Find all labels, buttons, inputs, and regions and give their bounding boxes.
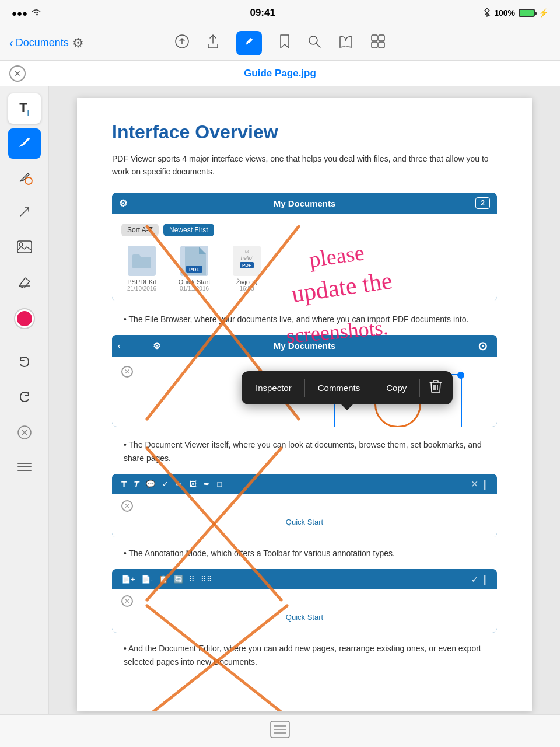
- mini-gear-icon: ⚙: [119, 198, 127, 209]
- signal-icon: ●●●: [12, 8, 27, 18]
- close-icon: ✕: [14, 69, 21, 78]
- file-item-pspdfkit[interactable]: PSPDFKit 21/10/2016: [121, 246, 162, 292]
- main-content: T|: [0, 86, 560, 714]
- book-icon[interactable]: [338, 34, 354, 52]
- annotation-popup-menu: Inspector Comments Copy: [242, 371, 453, 404]
- doc-editor-mini-ui: 📄+ 📄- 📋 🔄 ⠿ ⠿⠿ ✓ ‖ ✕: [112, 569, 497, 633]
- file-item-zivjo[interactable]: ☺ hello' PDF Živjo ;-) 16:53: [226, 246, 267, 292]
- undo-button[interactable]: [8, 348, 41, 379]
- back-label: Documents: [16, 37, 69, 49]
- svg-line-10: [20, 208, 29, 216]
- quick-start-label-3: Quick Start: [286, 613, 323, 622]
- file-grid: PSPDFKit 21/10/2016 PDF Quick Start 01/1…: [121, 246, 488, 292]
- search-icon[interactable]: [307, 34, 321, 52]
- pen-tool-button[interactable]: [8, 128, 41, 159]
- popup-separator-3: [419, 379, 420, 397]
- document-title: Interface Overview: [112, 121, 497, 143]
- popup-separator-2: [373, 379, 373, 397]
- toolbar-center: [145, 31, 415, 55]
- doc-viewer-label: My Documents: [274, 341, 336, 351]
- svg-rect-11: [18, 241, 32, 253]
- bottom-bar: [0, 714, 560, 747]
- image-tool-button[interactable]: [8, 233, 41, 264]
- doc-editor-body: ✕ Quick Start: [112, 589, 497, 633]
- document-subtitle: PDF Viewer sports 4 major interface view…: [112, 152, 497, 179]
- time-display: 09:41: [250, 7, 275, 19]
- page-title-bar: ✕ Guide Page.jpg: [0, 61, 560, 86]
- bullet-section-3: The Annotation Mode, which offers a Tool…: [112, 547, 497, 560]
- file-item-quickstart[interactable]: PDF Quick Start 01/11/2016: [174, 246, 215, 292]
- eraser-button[interactable]: [8, 268, 41, 299]
- edit-icon[interactable]: [236, 31, 262, 55]
- bullet-item-1: The File Browser, where your documents l…: [124, 313, 497, 326]
- file-name-zivjo: Živjo ;-): [236, 278, 258, 285]
- image-icon: [16, 240, 33, 257]
- arrow-tool-button[interactable]: [8, 198, 41, 229]
- bullet-section-2: The Document Viewer itself, where you ca…: [112, 438, 497, 465]
- comments-button[interactable]: Comments: [306, 377, 372, 399]
- bullet-item-3: The Annotation Mode, which offers a Tool…: [124, 547, 497, 560]
- grid-icon[interactable]: [370, 34, 386, 53]
- upload-icon[interactable]: [174, 34, 190, 53]
- close-button[interactable]: ✕: [9, 65, 26, 82]
- svg-rect-7: [379, 42, 384, 48]
- svg-point-9: [25, 177, 32, 184]
- my-documents-label: My Documents: [274, 198, 336, 208]
- doc-viewer-header: ‹ My Documents ⚙ ⊙: [112, 335, 497, 357]
- arrow-icon: [17, 204, 32, 223]
- status-left: ●●●: [12, 8, 41, 18]
- tool-divider: [13, 341, 36, 341]
- bullet-section-4: And the Document Editor, where you can a…: [112, 642, 497, 668]
- settings-icon[interactable]: ⚙: [72, 36, 84, 51]
- back-button[interactable]: ‹ Documents: [9, 36, 69, 50]
- mini-ui-body: Sort A-Z Newest First PSPDFKit 21/10/201…: [112, 214, 497, 301]
- text-tool-icon: T|: [19, 100, 29, 116]
- delete-button[interactable]: [421, 374, 450, 402]
- pdf-icon: PDF: [180, 246, 208, 276]
- annotation-toolbar-mini-ui: T T 💬 ✓ ✏ 🖼 ✒ □ ✕ ‖: [112, 474, 497, 537]
- hamburger-icon: [17, 461, 32, 476]
- color-picker-button[interactable]: [8, 303, 41, 334]
- close-tool-icon: [17, 425, 32, 443]
- eraser-tool-button[interactable]: [8, 163, 41, 194]
- document-page: Interface Overview PDF Viewer sports 4 m…: [77, 98, 532, 711]
- back-chevron-icon: ‹: [9, 36, 13, 50]
- document-area[interactable]: Interface Overview PDF Viewer sports 4 m…: [49, 86, 560, 714]
- inspector-button[interactable]: Inspector: [244, 377, 303, 399]
- svg-rect-4: [372, 35, 377, 41]
- sort-newest-button[interactable]: Newest First: [163, 224, 214, 236]
- toolbar-left: ‹ Documents ⚙: [9, 36, 145, 51]
- quick-start-label-2: Quick Start: [286, 518, 323, 526]
- doc-editor-header: 📄+ 📄- 📋 🔄 ⠿ ⠿⠿ ✓ ‖: [112, 569, 497, 589]
- popup-separator-1: [304, 379, 305, 397]
- svg-text:PDF: PDF: [189, 267, 200, 273]
- annotation-header: T T 💬 ✓ ✏ 🖼 ✒ □ ✕ ‖: [112, 474, 497, 494]
- file-date-pspdfkit: 21/10/2016: [127, 285, 156, 292]
- menu-button[interactable]: [8, 453, 41, 484]
- mini-ui-header: ⚙ My Documents 2: [112, 193, 497, 214]
- bullet-item-4: And the Document Editor, where you can a…: [124, 642, 497, 668]
- file-name-quickstart: Quick Start: [178, 278, 210, 285]
- svg-rect-5: [379, 35, 384, 41]
- sort-az-button[interactable]: Sort A-Z: [121, 224, 159, 236]
- file-name-pspdfkit: PSPDFKit: [127, 278, 156, 285]
- status-right: 100% ⚡: [484, 8, 548, 19]
- my-documents-mini-ui: ⚙ My Documents 2 Sort A-Z Newest First: [112, 193, 497, 301]
- bookmark-icon[interactable]: [278, 34, 291, 53]
- mini-badge: 2: [475, 197, 490, 209]
- redo-button[interactable]: [8, 383, 41, 414]
- battery-percent: 100%: [494, 8, 515, 18]
- text-tool-button[interactable]: T|: [8, 93, 41, 124]
- close-tool-button[interactable]: [8, 418, 41, 449]
- pen-tool-icon: [16, 134, 33, 153]
- share-icon[interactable]: [206, 34, 220, 53]
- file-date-quickstart: 01/11/2016: [180, 285, 209, 292]
- page-title: Guide Page.jpg: [244, 68, 316, 79]
- eraser-icon: [16, 169, 33, 189]
- svg-rect-6: [372, 42, 377, 48]
- hello-icon: ☺ hello' PDF: [233, 246, 261, 276]
- bottom-menu-icon[interactable]: [268, 719, 292, 743]
- eraser2-icon: [17, 275, 32, 292]
- copy-button[interactable]: Copy: [374, 377, 418, 399]
- left-toolbar: T|: [0, 86, 49, 714]
